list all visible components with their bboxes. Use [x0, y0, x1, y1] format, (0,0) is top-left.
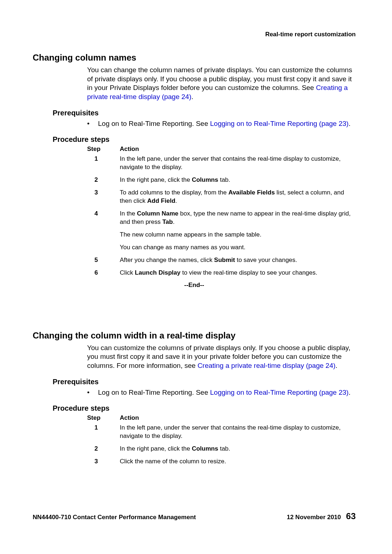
step-action: In the left pane, under the server that … — [120, 424, 356, 440]
table-row: 2 In the right pane, click the Columns t… — [87, 176, 356, 184]
bullet-icon: • — [87, 119, 98, 128]
text: . — [173, 218, 175, 225]
step-action: To add columns to the display, from the … — [120, 189, 356, 205]
bullet-icon: • — [87, 388, 98, 397]
prereq-text-wrap: Log on to Real-Time Reporting. See Loggi… — [98, 388, 351, 397]
table-row: 3 Click the name of the column to resize… — [87, 457, 356, 466]
col-action-label: Action — [120, 145, 139, 153]
step-number: 4 — [87, 210, 120, 252]
text: In the right pane, click the — [120, 176, 192, 183]
section1-intro-post: . — [191, 93, 193, 100]
step-action: In the right pane, click the Columns tab… — [120, 445, 356, 453]
col-step-label: Step — [87, 414, 120, 422]
prereq-text: Log on to Real-Time Reporting. See — [98, 120, 210, 127]
prereq-text-wrap: Log on to Real-Time Reporting. See Loggi… — [98, 119, 351, 128]
section2-title: Changing the column width in a real-time… — [33, 331, 356, 341]
section1-prereq-item: • Log on to Real-Time Reporting. See Log… — [87, 119, 356, 128]
text: tab. — [218, 176, 230, 183]
step-number: 1 — [87, 424, 120, 440]
col-action-label: Action — [120, 414, 139, 422]
text: to save your changes. — [235, 257, 297, 263]
text: to view the real-time display to see you… — [180, 269, 317, 276]
step-number: 5 — [87, 256, 120, 264]
page-footer: NN44400-710 Contact Center Performance M… — [33, 511, 356, 521]
bold-columns: Columns — [192, 176, 218, 183]
prereq-post: . — [348, 389, 350, 396]
text: . — [175, 197, 177, 204]
section1-prereq-heading: Prerequisites — [53, 109, 356, 117]
footer-doc-id: NN44400-710 Contact Center Performance M… — [33, 514, 196, 521]
bold-column-name: Column Name — [137, 210, 178, 217]
link-logging-on[interactable]: Logging on to Real-Time Reporting (page … — [210, 120, 349, 127]
page-content: Changing column names You can change the… — [0, 53, 392, 466]
bold-add-field: Add Field — [147, 197, 175, 204]
prereq-text: Log on to Real-Time Reporting. See — [98, 389, 210, 396]
table-row: 1 In the left pane, under the server tha… — [87, 424, 356, 440]
text: After you change the names, click — [120, 257, 214, 263]
document-page: Real-time report customization Changing … — [0, 0, 392, 554]
section2-prereq-heading: Prerequisites — [53, 378, 356, 386]
section1-intro: You can change the column names of priva… — [87, 66, 356, 102]
step-number: 1 — [87, 155, 120, 172]
step-action: In the Column Name box, type the new nam… — [120, 210, 356, 252]
text: You can change as many names as you want… — [120, 243, 356, 252]
step-action: Click Launch Display to view the real-ti… — [120, 269, 356, 277]
text: tab. — [218, 445, 230, 452]
table-row: 5 After you change the names, click Subm… — [87, 256, 356, 264]
bold-submit: Submit — [214, 257, 235, 263]
text: In the right pane, click the — [120, 445, 192, 452]
step-number: 2 — [87, 445, 120, 453]
table-row: 2 In the right pane, click the Columns t… — [87, 445, 356, 453]
step-action: After you change the names, click Submit… — [120, 256, 356, 264]
table-row: 1 In the left pane, under the server tha… — [87, 155, 356, 172]
col-step-label: Step — [87, 145, 120, 153]
bold-tab: Tab — [162, 218, 173, 225]
text: The new column name appears in the sampl… — [120, 231, 356, 239]
steps-header: Step Action — [87, 145, 356, 153]
section2-intro: You can customize the columns of private… — [87, 344, 356, 370]
bold-columns: Columns — [192, 445, 218, 452]
text: Click — [120, 269, 135, 276]
step-action: Click the name of the column to resize. — [120, 457, 356, 466]
text: In the — [120, 210, 137, 217]
step-number: 6 — [87, 269, 120, 277]
table-row: 4 In the Column Name box, type the new n… — [87, 210, 356, 252]
section1-intro-text: You can change the column names of priva… — [87, 66, 352, 91]
footer-right: 12 November 2010 63 — [287, 511, 356, 521]
section2-steps-heading: Procedure steps — [53, 404, 356, 413]
section1-steps-heading: Procedure steps — [53, 135, 356, 144]
text: To add columns to the display, from the — [120, 189, 228, 196]
step-number: 3 — [87, 457, 120, 466]
section1-title: Changing column names — [33, 53, 356, 63]
link-creating-private-display[interactable]: Creating a private real-time display (pa… — [197, 362, 335, 369]
end-marker: --End-- — [33, 282, 356, 289]
section2-intro-post: . — [335, 362, 337, 369]
page-header-context: Real-time report customization — [265, 31, 356, 38]
step-number: 3 — [87, 189, 120, 205]
bold-available-fields: Available Fields — [228, 189, 275, 196]
section2-prereq-item: • Log on to Real-Time Reporting. See Log… — [87, 388, 356, 397]
link-logging-on[interactable]: Logging on to Real-Time Reporting (page … — [210, 389, 349, 396]
steps-header: Step Action — [87, 414, 356, 422]
bold-launch-display: Launch Display — [135, 269, 181, 276]
table-row: 3 To add columns to the display, from th… — [87, 189, 356, 205]
step-action: In the right pane, click the Columns tab… — [120, 176, 356, 184]
table-row: 6 Click Launch Display to view the real-… — [87, 269, 356, 277]
footer-page-number: 63 — [346, 511, 356, 521]
footer-date: 12 November 2010 — [287, 514, 341, 521]
step-action: In the left pane, under the server that … — [120, 155, 356, 172]
prereq-post: . — [348, 120, 350, 127]
step-number: 2 — [87, 176, 120, 184]
